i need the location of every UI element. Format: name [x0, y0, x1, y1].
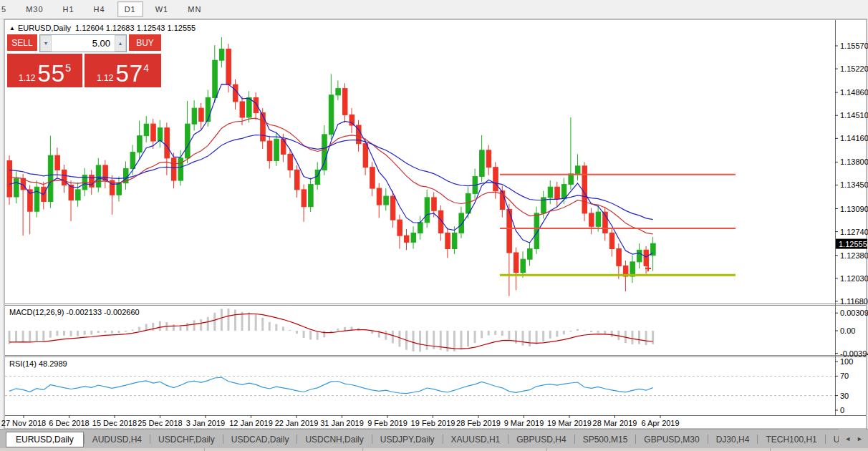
- svg-text:1.11680: 1.11680: [840, 297, 868, 306]
- svg-text:15 Dec 2018: 15 Dec 2018: [92, 419, 137, 427]
- tab-usdcad-daily[interactable]: USDCAD,Daily: [223, 432, 297, 447]
- buy-price-box[interactable]: 1.12 57 4: [85, 54, 161, 87]
- svg-text:1.14510: 1.14510: [840, 111, 868, 120]
- svg-text:19 Feb 2019: 19 Feb 2019: [411, 419, 455, 427]
- volume-increase-icon[interactable]: ▲: [115, 35, 126, 52]
- strip-divider: [770, 448, 771, 451]
- tab-scroll-right-icon[interactable]: ►: [854, 433, 866, 445]
- svg-text:9 Mar 2019: 9 Mar 2019: [504, 419, 544, 427]
- tab-audusd-h4[interactable]: AUDUSD,H4: [85, 432, 150, 447]
- collapse-triangle-icon[interactable]: ▲: [9, 25, 15, 31]
- tab-sp500-m15[interactable]: SP500,M15: [575, 432, 636, 447]
- svg-text:70: 70: [840, 372, 849, 380]
- svg-text:-0.003947: -0.003947: [840, 349, 868, 358]
- tab-tech100-h1[interactable]: TECH100,H1: [758, 432, 824, 447]
- rsi-indicator-label: RSI(14) 48.2989: [9, 359, 67, 368]
- mt4-window: 5M30H1H4D1W1MN 1.155701.152201.148601.14…: [0, 0, 868, 451]
- svg-text:6 Apr 2019: 6 Apr 2019: [641, 419, 679, 427]
- tab-usdjpy-daily[interactable]: USDJPY,Daily: [372, 432, 443, 447]
- chart-title: EURUSD,Daily: [18, 24, 71, 32]
- tab-gbpusd-h4[interactable]: GBPUSD,H4: [508, 432, 574, 447]
- chart-symbol-header: ▲EURUSD,Daily 1.12604 1.12683 1.12543 1.…: [9, 24, 196, 32]
- svg-text:12 Jan 2019: 12 Jan 2019: [229, 419, 273, 427]
- strip-divider: [546, 448, 547, 451]
- svg-text:1.12740: 1.12740: [840, 228, 868, 236]
- svg-text:1.13090: 1.13090: [840, 205, 868, 213]
- chart-tab-bar: EURUSD,DailyAUDUSD,H4USDCHF,DailyUSDCAD,…: [0, 429, 868, 449]
- svg-text:1.12555: 1.12555: [839, 240, 867, 248]
- svg-text:1.14160: 1.14160: [840, 134, 868, 142]
- volume-stepper: ▼ ▲: [39, 34, 127, 52]
- svg-text:1.14860: 1.14860: [840, 88, 868, 97]
- tab-gbpusd-m30[interactable]: GBPUSD,M30: [636, 432, 707, 447]
- buy-price-prefix: 1.12: [97, 71, 113, 85]
- buy-price-big: 57: [115, 62, 143, 85]
- svg-text:22 Jan 2019: 22 Jan 2019: [275, 419, 319, 427]
- svg-text:0.003095: 0.003095: [840, 309, 868, 317]
- svg-text:100: 100: [840, 357, 853, 366]
- svg-text:1.15570: 1.15570: [840, 42, 868, 50]
- sell-price-box[interactable]: 1.12 55 5: [7, 54, 82, 87]
- strip-divider: [362, 448, 363, 451]
- svg-text:3 Jan 2019: 3 Jan 2019: [186, 419, 225, 427]
- buy-button[interactable]: BUY: [129, 34, 161, 52]
- svg-text:1.15220: 1.15220: [840, 64, 868, 73]
- tab-eurusd-daily[interactable]: EURUSD,Daily: [6, 432, 84, 447]
- tab-scroll-buttons: ◄ ►: [839, 429, 866, 448]
- svg-text:1.13450: 1.13450: [840, 180, 868, 189]
- sell-price-pip: 5: [65, 55, 71, 81]
- svg-text:6 Dec 2018: 6 Dec 2018: [49, 419, 89, 427]
- tab-dj30-h4[interactable]: DJ30,H4: [708, 432, 758, 447]
- chart-ohlc-values: 1.12604 1.12683 1.12543 1.12555: [75, 24, 196, 32]
- svg-text:19 Mar 2019: 19 Mar 2019: [547, 419, 592, 427]
- svg-text:1.12030: 1.12030: [840, 274, 868, 283]
- tab-scroll-left-icon[interactable]: ◄: [842, 433, 854, 445]
- tab-usdchf-daily[interactable]: USDCHF,Daily: [150, 432, 223, 447]
- sell-button[interactable]: SELL: [7, 34, 37, 52]
- svg-text:9 Feb 2019: 9 Feb 2019: [367, 419, 408, 427]
- one-click-trading-panel: SELL ▼ ▲ BUY 1.12 55 5 1.12 57 4: [7, 34, 163, 87]
- svg-text:1.12380: 1.12380: [840, 251, 868, 260]
- macd-indicator-label: MACD(12,26,9) -0.002133 -0.002660: [9, 308, 140, 316]
- svg-text:0.00: 0.00: [840, 326, 855, 335]
- buy-price-pip: 4: [143, 55, 149, 81]
- sell-price-prefix: 1.12: [19, 71, 35, 85]
- svg-text:31 Jan 2019: 31 Jan 2019: [320, 419, 364, 427]
- sell-price-big: 55: [37, 62, 65, 85]
- svg-text:25 Dec 2018: 25 Dec 2018: [138, 419, 182, 427]
- tab-xauusd-h1[interactable]: XAUUSD,H1: [443, 432, 508, 447]
- strip-divider: [204, 448, 205, 451]
- svg-text:28 Mar 2019: 28 Mar 2019: [593, 419, 637, 427]
- svg-text:30: 30: [840, 392, 849, 400]
- tab-usdcnh-daily[interactable]: USDCNH,Daily: [297, 432, 371, 447]
- volume-input[interactable]: [52, 35, 115, 52]
- volume-decrease-icon[interactable]: ▼: [40, 35, 52, 52]
- svg-text:1.13800: 1.13800: [840, 157, 868, 166]
- svg-text:28 Feb 2019: 28 Feb 2019: [456, 419, 501, 427]
- status-strip: [0, 448, 868, 451]
- svg-text:27 Nov 2018: 27 Nov 2018: [1, 419, 46, 427]
- svg-text:0: 0: [840, 406, 844, 414]
